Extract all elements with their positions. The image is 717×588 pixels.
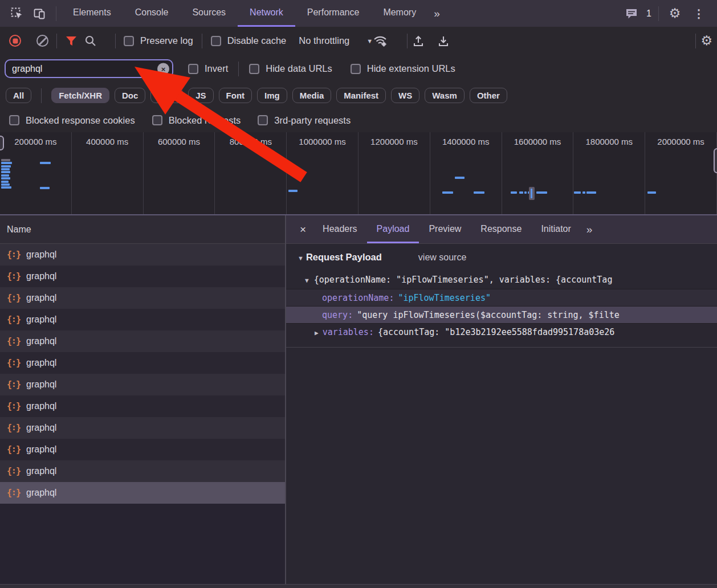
filter-chip-ws[interactable]: WS: [391, 88, 419, 103]
collapse-icon[interactable]: ▼: [305, 277, 309, 284]
payload-value: "ipFlowTimeseries": [398, 293, 491, 303]
tab-elements[interactable]: Elements: [61, 0, 123, 27]
checkbox[interactable]: [188, 64, 198, 74]
detail-tab-bar: ×HeadersPayloadPreviewResponseInitiator»: [286, 215, 717, 244]
detail-tab-preview[interactable]: Preview: [419, 215, 471, 243]
checkbox[interactable]: [249, 64, 259, 74]
table-row[interactable]: {∶}graphql: [0, 266, 285, 287]
checkbox-label[interactable]: Blocked requests: [169, 115, 241, 126]
network-conditions-icon[interactable]: [373, 34, 402, 48]
close-panel-icon[interactable]: ×: [293, 223, 313, 236]
table-row[interactable]: {∶}graphql: [0, 482, 285, 504]
filter-funnel-icon[interactable]: [65, 35, 84, 47]
filter-chip-js[interactable]: JS: [188, 88, 213, 103]
3rd-party-requests-checkbox[interactable]: 3rd-party requests: [258, 115, 351, 126]
hide-extension-urls-label[interactable]: Hide extension URLs: [367, 63, 455, 74]
table-row[interactable]: {∶}graphql: [0, 374, 285, 395]
json-braces-icon: {∶}: [7, 466, 22, 476]
disable-cache-label[interactable]: Disable cache: [227, 35, 287, 46]
more-panels-icon[interactable]: »: [428, 7, 445, 20]
import-har-icon[interactable]: [412, 35, 437, 47]
filter-input[interactable]: [5, 59, 173, 78]
throttling-select[interactable]: No throttling ▼: [299, 35, 373, 46]
expand-icon[interactable]: ▶: [315, 329, 319, 337]
customize-menu-icon[interactable]: ⋮: [686, 7, 711, 21]
search-icon[interactable]: [84, 35, 107, 47]
overview-left-handle[interactable]: [0, 136, 4, 150]
filter-chip-wasm[interactable]: Wasm: [425, 88, 465, 103]
filter-chip-doc[interactable]: Doc: [115, 88, 145, 103]
filter-chip-manifest[interactable]: Manifest: [336, 88, 386, 103]
invert-checkbox[interactable]: Invert: [188, 63, 228, 74]
table-row[interactable]: {∶}graphql: [0, 244, 285, 266]
checkbox[interactable]: [211, 36, 221, 46]
preserve-log-label[interactable]: Preserve log: [140, 35, 193, 46]
checkbox-label[interactable]: Blocked response cookies: [26, 115, 135, 126]
clear-network-log-button[interactable]: [36, 35, 48, 47]
timeline-tick-label: 600000 ms: [144, 137, 215, 146]
hide-extension-urls-checkbox[interactable]: Hide extension URLs: [351, 63, 455, 74]
detail-tab-initiator[interactable]: Initiator: [531, 215, 580, 243]
timeline-tick-label: 1000000 ms: [287, 137, 358, 146]
hide-data-urls-label[interactable]: Hide data URLs: [266, 63, 332, 74]
detail-tab-response[interactable]: Response: [471, 215, 531, 243]
detail-tab-payload[interactable]: Payload: [367, 215, 419, 243]
network-settings-gear-icon[interactable]: ⚙: [700, 34, 712, 47]
checkbox-label[interactable]: 3rd-party requests: [274, 115, 351, 126]
collapse-icon[interactable]: ▼: [298, 255, 304, 262]
checkbox[interactable]: [152, 115, 162, 125]
payload-variables-row[interactable]: ▶variables:{accountTag: "b12e3b2192ee558…: [286, 323, 717, 340]
filter-chip-img[interactable]: Img: [257, 88, 287, 103]
clear-filter-icon[interactable]: ×: [157, 63, 169, 75]
timeline-segment: 1600000 ms: [502, 132, 574, 214]
table-row[interactable]: {∶}graphql: [0, 352, 285, 374]
table-row[interactable]: {∶}graphql: [0, 287, 285, 309]
filter-chip-css[interactable]: CSS: [150, 88, 183, 103]
checkbox[interactable]: [351, 64, 361, 74]
tab-memory[interactable]: Memory: [371, 0, 428, 27]
detail-tab-headers[interactable]: Headers: [313, 215, 366, 243]
filter-chip-font[interactable]: Font: [219, 88, 252, 103]
table-row[interactable]: {∶}graphql: [0, 395, 285, 417]
filter-chip-fetchxhr[interactable]: Fetch/XHR: [51, 88, 109, 103]
tab-network[interactable]: Network: [238, 0, 295, 27]
more-detail-tabs-icon[interactable]: »: [581, 223, 597, 236]
table-row[interactable]: {∶}graphql: [0, 309, 285, 330]
filter-chip-other[interactable]: Other: [470, 88, 507, 103]
issues-message-icon[interactable]: [620, 0, 643, 27]
checkbox[interactable]: [258, 115, 268, 125]
settings-gear-icon[interactable]: ⚙: [663, 0, 686, 27]
blocked-requests-checkbox[interactable]: Blocked requests: [152, 115, 241, 126]
export-har-icon[interactable]: [437, 35, 462, 47]
filter-chip-all[interactable]: All: [6, 88, 31, 103]
name-column-header[interactable]: Name: [0, 215, 285, 244]
disable-cache-checkbox[interactable]: Disable cache: [211, 35, 287, 46]
filter-chip-media[interactable]: Media: [292, 88, 332, 103]
tab-sources[interactable]: Sources: [180, 0, 238, 27]
table-row[interactable]: {∶}graphql: [0, 439, 285, 460]
json-braces-icon: {∶}: [7, 358, 22, 368]
inspect-element-icon[interactable]: [6, 0, 28, 27]
blocked-response-cookies-checkbox[interactable]: Blocked response cookies: [9, 115, 135, 126]
tab-performance[interactable]: Performance: [295, 0, 372, 27]
preserve-log-checkbox[interactable]: Preserve log: [124, 35, 193, 46]
invert-label[interactable]: Invert: [205, 63, 228, 74]
payload-operation-name-row[interactable]: operationName:"ipFlowTimeseries": [286, 289, 717, 306]
issues-count-badge[interactable]: 1: [646, 9, 651, 19]
json-braces-icon: {∶}: [7, 271, 22, 281]
timeline-segment: 1000000 ms: [287, 132, 358, 214]
hide-data-urls-checkbox[interactable]: Hide data URLs: [249, 63, 332, 74]
table-row[interactable]: {∶}graphql: [0, 330, 285, 352]
checkbox[interactable]: [9, 115, 19, 125]
tab-console[interactable]: Console: [123, 0, 181, 27]
overview-right-handle[interactable]: [714, 148, 717, 173]
device-toolbar-icon[interactable]: [28, 0, 51, 27]
view-source-link[interactable]: view source: [418, 252, 466, 263]
network-overview-timeline[interactable]: 200000 ms400000 ms600000 ms800000 ms1000…: [0, 132, 717, 215]
payload-query-row[interactable]: query:"query ipFlowTimeseries($accountTa…: [286, 306, 717, 323]
checkbox[interactable]: [124, 36, 134, 46]
record-network-log-button[interactable]: [9, 35, 21, 47]
table-row[interactable]: {∶}graphql: [0, 460, 285, 482]
payload-root-row[interactable]: ▼{operationName: "ipFlowTimeseries", var…: [286, 271, 717, 289]
table-row[interactable]: {∶}graphql: [0, 417, 285, 439]
